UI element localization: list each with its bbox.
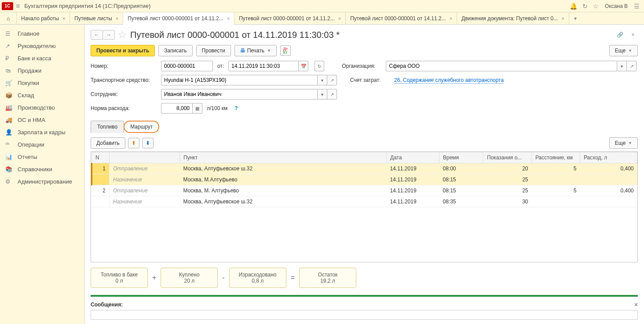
post-button[interactable]: Провести [196,45,231,56]
history-icon[interactable]: ↻ [582,3,588,10]
col-header-odo[interactable]: Показания о... [483,152,532,163]
point-cell[interactable]: Москва, М.Алтуфьево [180,174,387,185]
close-icon[interactable]: × [338,16,341,21]
col-header-n[interactable]: N [92,152,110,163]
messages-body[interactable] [91,310,638,320]
sidebar-item-sales[interactable]: 🛍Продажи [0,64,84,77]
sidebar-item-admin[interactable]: ⚙Администрирование [0,175,84,188]
refresh-button[interactable]: ↻ [315,61,324,71]
col-header-cons[interactable]: Расход, л [580,152,637,163]
sidebar-item-main[interactable]: ☰Главное [0,27,84,40]
sidebar-item-hr[interactable]: 👤Зарплата и кадры [0,126,84,138]
save-button[interactable]: Записать [158,45,192,56]
point-cell[interactable]: Москва, Алтуфьевское ш.32 [180,196,387,207]
odo-cell[interactable]: 20 [483,163,532,174]
table-row[interactable]: Назначение Москва, М.Алтуфьево 14.11.201… [92,174,637,185]
tab-movements[interactable]: Движения документа: Путевой лист 0...× [457,12,569,24]
sidebar-item-manager[interactable]: ↗Руководителю [0,40,84,52]
date-input[interactable] [228,61,299,71]
help-icon[interactable]: ? [234,105,238,111]
close-icon[interactable]: × [561,16,564,21]
cons-cell[interactable] [580,174,637,185]
date-cell[interactable]: 14.11.2019 [387,163,439,174]
move-up-button[interactable]: ⬆ [128,138,139,148]
col-header-point[interactable]: Пункт [180,152,387,163]
dist-cell[interactable] [532,196,580,207]
tab-start[interactable]: Начало работы× [17,12,70,24]
close-icon[interactable]: × [450,16,452,21]
org-input[interactable] [386,61,617,71]
sidebar-item-reports[interactable]: 📊Отчеты [0,151,84,163]
dropdown-button[interactable]: ▾ [318,75,327,85]
cons-cell[interactable]: 0,400 [580,163,637,174]
post-and-close-button[interactable]: Провести и закрыть [91,45,155,56]
col-header-dist[interactable]: Расстояние, км [532,152,580,163]
col-header-time[interactable]: Время [439,152,483,163]
table-row[interactable]: 1 Отправление Москва, Алтуфьевское ш.32 … [92,163,637,174]
table-row[interactable]: Назначение Москва, Алтуфьевское ш.32 14.… [92,196,637,207]
move-down-button[interactable]: ⬇ [142,138,154,148]
odo-cell[interactable]: 25 [483,185,532,196]
close-messages-icon[interactable]: × [634,301,638,308]
tab-fuel[interactable]: Топливо [91,121,124,133]
home-tab[interactable]: ⌂ [0,12,17,24]
odo-cell[interactable]: 30 [483,196,532,207]
table-row[interactable]: 2 Отправление Москва, М. Алтуфьево 14.11… [92,185,637,196]
rate-input[interactable] [161,103,193,114]
add-row-button[interactable]: Добавить [91,137,125,149]
close-document-icon[interactable]: × [628,30,638,40]
dist-cell[interactable]: 5 [532,185,580,196]
more-button[interactable]: Еще▼ [609,45,638,56]
col-header-date[interactable]: Дата [387,152,439,163]
employee-input[interactable] [161,89,318,99]
time-cell[interactable]: 08:15 [439,185,483,196]
dropdown-button[interactable]: ▾ [617,61,627,71]
tab-waybills[interactable]: Путевые листы× [70,12,123,24]
tab-waybill-1[interactable]: Путевой лист 0000-000001 от 14.11.2...× [123,12,234,25]
open-button[interactable]: ↗ [627,61,637,71]
dist-cell[interactable] [532,174,580,185]
sidebar-item-assets[interactable]: 🚚ОС и НМА [0,114,84,126]
dropdown-button[interactable]: ▾ [318,89,327,99]
calculator-button[interactable]: ▦ [193,103,202,114]
col-header-type[interactable] [110,152,180,163]
link-icon[interactable]: 🔗 [615,30,625,40]
cons-cell[interactable] [580,196,637,207]
tab-route[interactable]: Маршрут [124,121,159,133]
calendar-button[interactable]: 📅 [299,61,308,71]
odo-cell[interactable]: 25 [483,174,532,185]
close-icon[interactable]: × [62,16,65,21]
close-icon[interactable]: × [116,16,118,21]
cons-cell[interactable]: 0,400 [580,185,637,196]
sidebar-item-operations[interactable]: ᵈᵏОперации [0,138,84,151]
tabs-dropdown[interactable]: ▾ [569,12,582,24]
close-icon[interactable]: × [227,16,230,21]
time-cell[interactable]: 08:15 [439,174,483,185]
nav-forward-button[interactable]: → [102,30,115,40]
dtkt-button[interactable]: ДтКт [280,45,291,56]
vehicle-input[interactable] [161,75,318,85]
main-menu-icon[interactable]: ≡ [16,2,20,10]
sidebar-item-purchases[interactable]: 🛒Покупки [0,77,84,89]
open-button[interactable]: ↗ [327,75,337,85]
date-cell[interactable]: 14.11.2019 [387,185,439,196]
date-cell[interactable]: 14.11.2019 [387,196,439,207]
window-menu-icon[interactable]: ☰ [634,3,640,10]
date-cell[interactable]: 14.11.2019 [387,174,439,185]
tab-waybill-3[interactable]: Путевой лист 0000-000001 от 14.11.2...× [346,12,457,24]
cost-account-link[interactable]: 26, Содержание служебного автотранспорта [394,77,504,84]
table-more-button[interactable]: Еще▼ [609,137,638,149]
favorite-star-icon[interactable]: ☆ [118,29,127,40]
sidebar-item-bank[interactable]: ₽Банк и касса [0,52,84,64]
bell-icon[interactable]: 🔔 [570,3,577,10]
sidebar-item-production[interactable]: 🏭Производство [0,101,84,114]
sidebar-item-warehouse[interactable]: 📦Склад [0,89,84,101]
sidebar-item-catalogs[interactable]: 📚Справочники [0,163,84,175]
time-cell[interactable]: 08:35 [439,196,483,207]
print-button[interactable]: 🖶Печать▼ [234,45,277,56]
open-button[interactable]: ↗ [327,89,337,99]
point-cell[interactable]: Москва, М. Алтуфьево [180,185,387,196]
dist-cell[interactable]: 5 [532,163,580,174]
number-input[interactable] [161,61,213,71]
point-cell[interactable]: Москва, Алтуфьевское ш.32 [180,163,387,174]
